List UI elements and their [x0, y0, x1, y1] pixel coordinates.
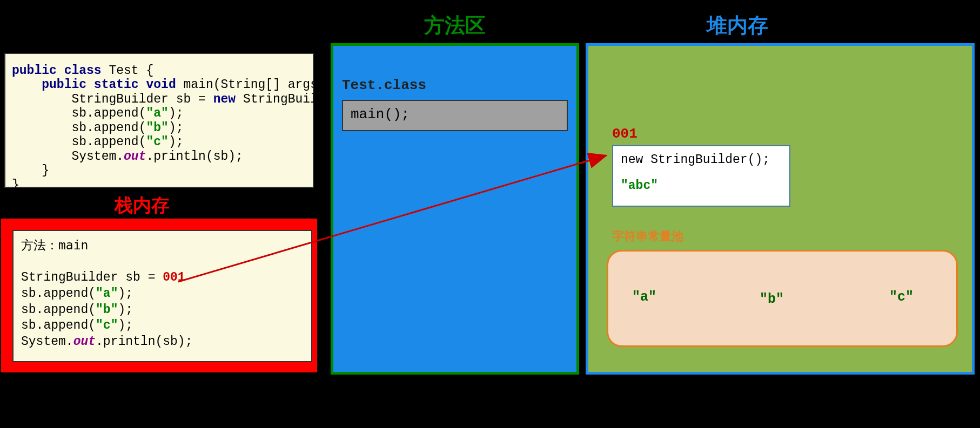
string-literal: "a" — [146, 106, 168, 120]
heap-object-box: new StringBuilder(); "abc" — [612, 145, 790, 207]
heap-memory-box: 001 new StringBuilder(); "abc" 字符串常量池 "a… — [586, 43, 975, 375]
code-text: System. — [12, 150, 124, 164]
stack-text: sb.append( — [21, 287, 96, 301]
string-literal: "c" — [146, 135, 168, 149]
string-pool-label: 字符串常量池 — [612, 228, 683, 244]
stack-text: ); — [118, 303, 133, 317]
heap-object-line: new StringBuilder(); — [621, 153, 782, 167]
code-text: ); — [169, 121, 184, 135]
stack-method-label: 方法： — [21, 238, 58, 252]
method-main-box: main(); — [342, 100, 568, 131]
code-text: ); — [169, 106, 184, 120]
heap-object-value: "abc" — [621, 179, 782, 193]
code-text: main(String[] args) { — [176, 78, 340, 92]
code-text: } — [12, 178, 19, 192]
stack-memory-box: 方法：main StringBuilder sb = 001 sb.append… — [1, 219, 317, 372]
stack-text: StringBuilder sb = — [21, 270, 163, 284]
pool-string-c: "c" — [889, 289, 914, 305]
pool-string-a: "a" — [632, 289, 656, 305]
heap-memory-label: 堆内存 — [707, 12, 768, 39]
code-text: ); — [169, 135, 184, 149]
stack-memory-label: 栈内存 — [115, 193, 170, 218]
code-text: } — [12, 164, 49, 178]
kw-class: class — [64, 64, 102, 78]
code-text: StringBuilder sb = — [12, 92, 213, 106]
string-literal: "c" — [96, 318, 118, 332]
code-text: sb.append( — [12, 106, 146, 120]
stack-method-name: main — [58, 238, 88, 252]
out-ref: out — [73, 335, 96, 349]
stack-text: ); — [118, 287, 133, 301]
code-text: Test { — [102, 64, 154, 78]
code-text: sb.append( — [12, 135, 146, 149]
stack-text: ); — [118, 318, 133, 332]
method-area-box: Test.class main(); — [331, 43, 579, 375]
stack-text: sb.append( — [21, 303, 96, 317]
string-constant-pool: "a" "b" "c" — [607, 250, 958, 347]
out-ref: out — [124, 150, 146, 164]
string-literal: "b" — [146, 121, 168, 135]
method-area-label: 方法区 — [424, 12, 486, 39]
kw-static: static — [94, 78, 139, 92]
stack-text: System. — [21, 335, 73, 349]
kw-public: public — [42, 78, 86, 92]
class-label: Test.class — [342, 77, 426, 93]
source-code-panel: public class Test { public static void m… — [4, 53, 314, 188]
kw-new: new — [213, 92, 236, 106]
code-text: sb.append( — [12, 121, 146, 135]
pool-string-b: "b" — [760, 291, 784, 307]
string-literal: "a" — [96, 287, 118, 301]
stack-text: sb.append( — [21, 318, 96, 332]
heap-address-label: 001 — [612, 126, 637, 142]
diagram-container: public class Test { public static void m… — [0, 0, 980, 428]
string-literal: "b" — [96, 303, 118, 317]
stack-frame: 方法：main StringBuilder sb = 001 sb.append… — [12, 230, 312, 362]
code-text: .println(sb); — [146, 150, 243, 164]
kw-void: void — [146, 78, 176, 92]
stack-text: .println(sb); — [96, 335, 192, 349]
kw-public: public — [12, 64, 57, 78]
heap-address-ref: 001 — [163, 270, 185, 284]
